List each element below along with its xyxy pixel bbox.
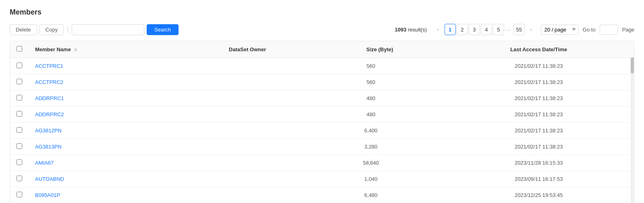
page-button-1[interactable]: 1 xyxy=(445,24,456,35)
dataset-owner-cell xyxy=(179,155,316,171)
table-header-row: Member Name DataSet Owner Size (Byte) La… xyxy=(10,41,634,58)
toolbar-right: 1093 result(s) ‹ 1 2 3 4 5 ··· 55 › 20 /… xyxy=(395,24,634,35)
member-name-cell[interactable]: AMIA67 xyxy=(29,155,179,171)
row-checkbox[interactable] xyxy=(17,111,22,117)
size-cell: 3,280 xyxy=(316,139,443,155)
page-title: Members xyxy=(10,8,634,17)
table-row: AG3812PN6,4002021/02/17 11:38:23 xyxy=(10,123,634,139)
size-cell: 560 xyxy=(316,74,443,90)
row-checkbox[interactable] xyxy=(17,63,22,68)
row-checkbox[interactable] xyxy=(17,192,22,197)
page-button-3[interactable]: 3 xyxy=(469,24,480,35)
row-checkbox[interactable] xyxy=(17,176,22,181)
header-size-byte: Size (Byte) xyxy=(316,41,443,58)
size-cell: 560 xyxy=(316,58,443,74)
header-checkbox-cell xyxy=(10,41,29,58)
last-access-cell: 2023/12/25 19:53:45 xyxy=(443,187,634,203)
row-checkbox[interactable] xyxy=(17,79,22,84)
last-access-cell: 2023/11/28 16:15:33 xyxy=(443,155,634,171)
row-checkbox-cell xyxy=(10,155,29,171)
row-checkbox[interactable] xyxy=(17,95,22,100)
dataset-owner-cell xyxy=(179,58,316,74)
members-table: Member Name DataSet Owner Size (Byte) La… xyxy=(10,41,634,203)
member-name-cell[interactable]: ADDRPRC1 xyxy=(29,90,179,107)
row-checkbox-cell xyxy=(10,171,29,187)
page-button-5[interactable]: 5 xyxy=(493,24,504,35)
dataset-owner-cell xyxy=(179,187,316,203)
search-input[interactable] xyxy=(72,24,144,35)
members-table-wrapper: Member Name DataSet Owner Size (Byte) La… xyxy=(10,41,634,203)
result-count: 1093 result(s) xyxy=(395,27,427,33)
table-row: ADDRPRC14802021/02/17 11:38:23 xyxy=(10,90,634,107)
last-access-cell: 2021/02/17 11:38:23 xyxy=(443,139,634,155)
toolbar: Delete Copy | Search 1093 result(s) ‹ 1 … xyxy=(10,24,634,35)
member-name-cell[interactable]: B095A01P xyxy=(29,187,179,203)
row-checkbox-cell xyxy=(10,90,29,107)
last-access-cell: 2021/02/17 11:38:23 xyxy=(443,123,634,139)
search-button[interactable]: Search xyxy=(147,24,179,35)
size-cell: 1,040 xyxy=(316,171,443,187)
last-access-cell: 2021/02/17 11:38:23 xyxy=(443,58,634,74)
prev-page-button[interactable]: ‹ xyxy=(432,24,444,35)
member-name-cell[interactable]: AG3813PN xyxy=(29,139,179,155)
table-row: B095A01P6,4802023/12/25 19:53:45 xyxy=(10,187,634,203)
row-checkbox-cell xyxy=(10,107,29,123)
dataset-owner-cell xyxy=(179,90,316,107)
toolbar-divider: | xyxy=(67,26,69,33)
member-name-cell[interactable]: AG3812PN xyxy=(29,123,179,139)
row-checkbox-cell xyxy=(10,123,29,139)
table-row: AMIA6758,6402023/11/28 16:15:33 xyxy=(10,155,634,171)
table-row: ADDRPRC24802021/02/17 11:38:23 xyxy=(10,107,634,123)
table-row: ACCTPRC15602021/02/17 11:38:23 xyxy=(10,58,634,74)
size-cell: 6,400 xyxy=(316,123,443,139)
dataset-owner-cell xyxy=(179,123,316,139)
page-button-last[interactable]: 55 xyxy=(513,24,525,35)
member-name-cell[interactable]: AUTOABND xyxy=(29,171,179,187)
last-access-cell: 2021/02/17 11:38:23 xyxy=(443,107,634,123)
row-checkbox[interactable] xyxy=(17,127,22,133)
pagination: ‹ 1 2 3 4 5 ··· 55 › xyxy=(432,24,537,35)
per-page-select[interactable]: 20 / page 50 / page 100 / page xyxy=(541,25,579,35)
copy-button[interactable]: Copy xyxy=(39,24,64,35)
toolbar-left: Delete Copy | Search xyxy=(10,24,179,35)
dataset-owner-cell xyxy=(179,171,316,187)
row-checkbox-cell xyxy=(10,74,29,90)
page-label: Page xyxy=(622,27,634,33)
header-last-access: Last Access Date/Time xyxy=(443,41,634,58)
table-body: ACCTPRC15602021/02/17 11:38:23ACCTPRC256… xyxy=(10,58,634,203)
member-name-cell[interactable]: ACCTPRC1 xyxy=(29,58,179,74)
next-page-button[interactable]: › xyxy=(526,24,537,35)
last-access-cell: 2021/02/17 11:38:23 xyxy=(443,90,634,107)
row-checkbox-cell xyxy=(10,187,29,203)
size-cell: 480 xyxy=(316,90,443,107)
member-name-cell[interactable]: ADDRPRC2 xyxy=(29,107,179,123)
size-cell: 58,640 xyxy=(316,155,443,171)
dataset-owner-cell xyxy=(179,107,316,123)
size-cell: 480 xyxy=(316,107,443,123)
scrollbar-thumb[interactable] xyxy=(631,57,634,73)
row-checkbox-cell xyxy=(10,58,29,74)
header-dataset-owner: DataSet Owner xyxy=(179,41,316,58)
goto-input[interactable] xyxy=(600,25,618,35)
page-button-4[interactable]: 4 xyxy=(481,24,492,35)
table-row: AUTOABND1,0402023/09/11 16:17:53 xyxy=(10,171,634,187)
size-cell: 6,480 xyxy=(316,187,443,203)
goto-label: Go to xyxy=(583,27,596,33)
row-checkbox-cell xyxy=(10,139,29,155)
page-button-2[interactable]: 2 xyxy=(457,24,468,35)
row-checkbox[interactable] xyxy=(17,159,22,165)
header-member-name: Member Name xyxy=(29,41,179,58)
page-ellipsis: ··· xyxy=(505,27,513,33)
last-access-cell: 2023/09/11 16:17:53 xyxy=(443,171,634,187)
dataset-owner-cell xyxy=(179,74,316,90)
table-row: ACCTPRC25602021/02/17 11:38:23 xyxy=(10,74,634,90)
table-row: AG3813PN3,2802021/02/17 11:38:23 xyxy=(10,139,634,155)
delete-button[interactable]: Delete xyxy=(10,24,37,35)
last-access-cell: 2021/02/17 11:38:23 xyxy=(443,74,634,90)
member-name-cell[interactable]: ACCTPRC2 xyxy=(29,74,179,90)
scrollbar-track[interactable] xyxy=(631,57,634,203)
sort-icon-member-name[interactable] xyxy=(74,48,77,52)
select-all-checkbox[interactable] xyxy=(17,46,22,52)
row-checkbox[interactable] xyxy=(17,143,22,149)
dataset-owner-cell xyxy=(179,139,316,155)
